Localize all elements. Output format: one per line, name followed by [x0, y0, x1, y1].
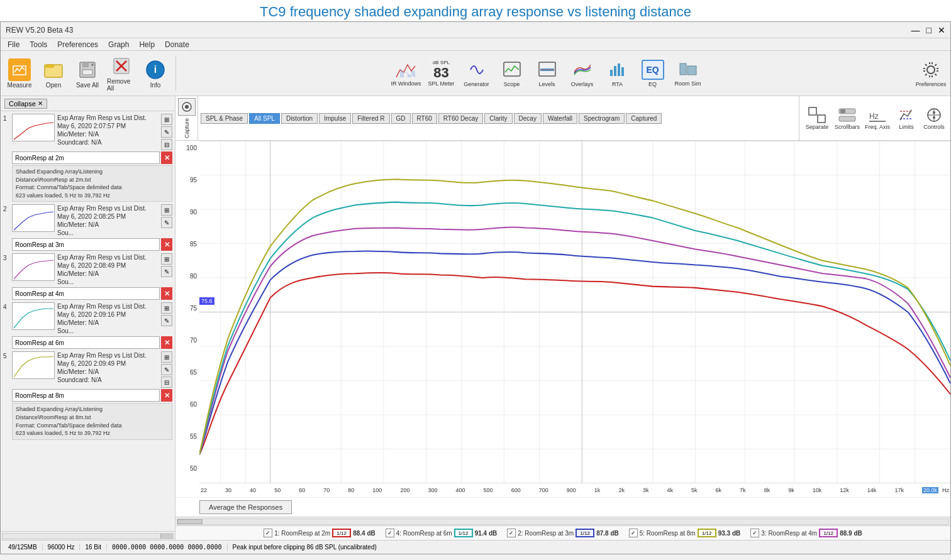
scrollbars-button[interactable]: Scrollbars [833, 106, 861, 130]
open-label: Open [46, 82, 61, 89]
meas-name-input-5[interactable] [12, 389, 160, 402]
measure-button[interactable]: Measure [3, 53, 36, 94]
meas-thumb-1 [12, 114, 55, 141]
svg-point-22 [185, 105, 189, 109]
legend-check-4[interactable]: ✓ [386, 529, 394, 537]
collapse-icon: ✕ [38, 100, 43, 107]
status-bit-depth: 16 Bit [80, 544, 107, 551]
tab-captured[interactable]: Captured [626, 113, 662, 124]
separate-button[interactable]: Separate [803, 106, 831, 130]
meas-edit-4[interactable]: ✎ [161, 315, 172, 326]
x-label-70: 70 [323, 487, 330, 493]
rta-button[interactable]: RTA [601, 53, 635, 94]
main-toolbar: Measure Open Save All [1, 51, 950, 96]
generator-button[interactable]: Generator [460, 53, 494, 94]
meas-zoom-1[interactable]: ⊞ [161, 114, 172, 125]
y-label-100: 100 [186, 145, 197, 151]
collapse-button[interactable]: Collapse ✕ [4, 99, 47, 109]
legend-check-3[interactable]: ✓ [750, 529, 759, 537]
meas-name-input-3[interactable] [12, 287, 160, 300]
capture-button[interactable] [178, 98, 196, 116]
menu-graph[interactable]: Graph [104, 40, 133, 50]
capture-label: Capture [184, 118, 190, 138]
controls-button[interactable]: Controls [921, 106, 947, 130]
freq-axis-button[interactable]: Hz Freq. Axis [864, 106, 891, 130]
overlays-button[interactable]: Overlays [565, 53, 599, 94]
meas-close-5[interactable]: ✕ [161, 389, 172, 402]
meas-info-3: Exp Array Rm Resp vs List Dist. May 6, 2… [57, 253, 158, 286]
meas-copy-5[interactable]: ⊟ [161, 376, 172, 388]
meas-zoom-3[interactable]: ⊞ [161, 253, 172, 265]
meas-thumb-4 [12, 302, 55, 330]
meas-edit-5[interactable]: ✎ [161, 364, 172, 375]
tab-waterfall[interactable]: Waterfall [543, 113, 577, 124]
tab-decay[interactable]: Decay [514, 113, 542, 124]
meas-name-input-1[interactable] [12, 151, 160, 164]
meas-zoom-5[interactable]: ⊞ [161, 351, 172, 363]
measurement-item-4: 4 Exp Array Rm Resp vs List Dist. May 6,… [3, 302, 172, 349]
legend-color-5[interactable]: 1/12 [698, 529, 716, 537]
meas-name-input-2[interactable] [12, 238, 160, 251]
x-label-14k: 14k [867, 487, 877, 493]
meas-close-2[interactable]: ✕ [161, 238, 172, 251]
legend-color-4[interactable]: 1/12 [454, 529, 473, 537]
room-sim-button[interactable]: Room Sim [671, 53, 705, 94]
legend-color-1[interactable]: 1/12 [332, 529, 351, 537]
legend-check-1[interactable]: ✓ [264, 529, 272, 537]
menu-donate[interactable]: Donate [160, 40, 194, 50]
tab-spectrogram[interactable]: Spectrogram [579, 113, 625, 124]
meas-close-4[interactable]: ✕ [161, 336, 172, 349]
maximize-btn[interactable]: □ [926, 25, 932, 35]
tab-filtered-r[interactable]: Filtered R [352, 113, 389, 124]
meas-zoom-2[interactable]: ⊞ [161, 204, 172, 216]
tab-all-spl[interactable]: All SPL [249, 113, 280, 124]
meas-zoom-4[interactable]: ⊞ [161, 302, 172, 314]
collapse-label: Collapse [9, 100, 36, 107]
meas-close-1[interactable]: ✕ [161, 151, 172, 164]
meas-file-info-5: Shaded Expanding Array\Listening Distanc… [12, 403, 172, 439]
menu-preferences[interactable]: Preferences [53, 40, 103, 50]
levels-button[interactable]: Levels [530, 53, 564, 94]
scope-button[interactable]: Scope [495, 53, 529, 94]
average-responses-button[interactable]: Average the Responses [199, 500, 292, 514]
tab-gd[interactable]: GD [391, 113, 411, 124]
menu-file[interactable]: File [3, 40, 24, 50]
menu-help[interactable]: Help [135, 40, 159, 50]
tab-rt60[interactable]: RT60 [412, 113, 437, 124]
menu-tools[interactable]: Tools [25, 40, 52, 50]
info-button[interactable]: i Info [139, 53, 172, 94]
tab-impulse[interactable]: Impulse [319, 113, 351, 124]
tab-rt60-decay[interactable]: RT60 Decay [438, 113, 483, 124]
spl-meter-button[interactable]: dB SPL 83 SPL Meter [425, 53, 459, 94]
y-label-55: 55 [190, 433, 197, 440]
meas-edit-3[interactable]: ✎ [161, 266, 172, 277]
legend-item-3: ✓ 3: RoomResp at 4m 1/12 88.9 dB [750, 529, 862, 537]
remove-all-button[interactable]: Remove All [105, 53, 138, 94]
meas-copy-1[interactable]: ⊟ [161, 139, 172, 150]
close-btn[interactable]: ✕ [938, 25, 945, 35]
legend-item-1: ✓ 1: RoomResp at 2m 1/12 88.4 dB [264, 529, 375, 537]
open-button[interactable]: Open [37, 53, 70, 94]
meas-close-3[interactable]: ✕ [161, 287, 172, 300]
tab-spl-phase[interactable]: SPL & Phase [201, 113, 248, 124]
left-panel-scrollbar[interactable] [1, 531, 175, 540]
minimize-btn[interactable]: — [911, 25, 920, 35]
meas-name-input-4[interactable] [12, 336, 160, 349]
ir-windows-button[interactable]: IR Windows [389, 53, 423, 94]
tab-clarity[interactable]: Clarity [484, 113, 512, 124]
legend-check-2[interactable]: ✓ [507, 529, 516, 537]
preferences-button[interactable]: Preferences [914, 53, 948, 94]
eq-button[interactable]: EQ EQ [636, 53, 670, 94]
meas-edit-1[interactable]: ✎ [161, 126, 172, 138]
save-all-button[interactable]: Save All [71, 53, 104, 94]
legend-color-2[interactable]: 1/12 [576, 529, 594, 537]
x-label-9k: 9k [788, 487, 794, 493]
legend-check-5[interactable]: ✓ [629, 529, 638, 537]
tab-distortion[interactable]: Distortion [281, 113, 318, 124]
x-label-20k: 20.0k [922, 487, 938, 493]
meas-edit-2[interactable]: ✎ [161, 217, 172, 228]
h-scrollbar[interactable] [175, 517, 950, 525]
limits-button[interactable]: Limits [894, 106, 919, 130]
y-label-50: 50 [190, 465, 197, 472]
legend-color-3[interactable]: 1/12 [819, 529, 838, 537]
